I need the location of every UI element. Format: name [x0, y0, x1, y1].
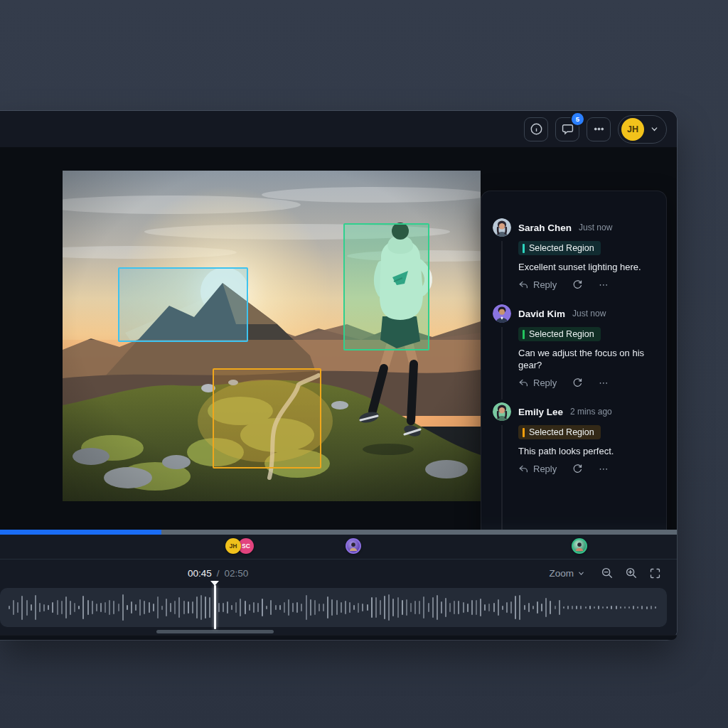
audio-waveform-panel[interactable] — [0, 588, 667, 627]
avatar-david-kim — [493, 304, 511, 323]
reply-icon — [518, 378, 529, 388]
tag-accent-bar — [523, 330, 525, 339]
reaction-icon[interactable] — [572, 378, 583, 388]
selected-region-tag[interactable]: Selected Region — [518, 241, 601, 255]
user-menu[interactable]: JH — [618, 115, 667, 144]
comment-text: This path looks perfect. — [518, 445, 655, 457]
comment-timestamp: Just now — [579, 223, 612, 232]
user-avatar: JH — [621, 118, 644, 141]
comment-timestamp: 2 mins ago — [570, 407, 612, 417]
fullscreen-button[interactable] — [649, 567, 661, 579]
comment-author: David Kim — [518, 309, 565, 319]
selected-region-tag[interactable]: Selected Region — [518, 327, 601, 341]
reply-icon — [518, 279, 529, 290]
tag-label: Selected Region — [529, 329, 594, 339]
timeline-markers-row: JH SC — [0, 535, 677, 559]
comment-timestamp: Just now — [572, 309, 606, 318]
viewer-canvas[interactable]: Sarah Chen Just now Selected Region Exce… — [0, 148, 677, 530]
tag-label: Selected Region — [529, 243, 594, 253]
comment-text: Excellent sunset lighting here. — [518, 261, 655, 273]
comment-item: David Kim Just now Selected Region Can w… — [493, 304, 655, 388]
reply-button[interactable]: Reply — [518, 464, 557, 474]
avatar-emily-lee — [493, 402, 511, 421]
reply-label: Reply — [533, 464, 557, 474]
toolbar: 5 JH — [0, 111, 677, 148]
comments-panel: Sarah Chen Just now Selected Region Exce… — [481, 191, 667, 530]
comment-more-icon[interactable]: ⋯ — [599, 378, 609, 388]
comment-count-badge: 5 — [572, 113, 584, 125]
ellipsis-icon — [592, 122, 606, 136]
zoom-dropdown[interactable]: Zoom — [549, 568, 585, 579]
timeline-scrubber[interactable] — [0, 530, 677, 535]
app-window: 5 JH — [0, 111, 677, 640]
annotation-box-cyan[interactable] — [118, 267, 248, 342]
zoom-out-button[interactable] — [601, 567, 614, 579]
info-icon — [530, 122, 543, 136]
media-image[interactable] — [63, 171, 481, 501]
zoom-dropdown-label: Zoom — [549, 568, 574, 579]
reply-label: Reply — [533, 378, 557, 388]
reaction-icon[interactable] — [572, 279, 583, 290]
info-button[interactable] — [524, 117, 548, 141]
reaction-icon[interactable] — [572, 464, 583, 474]
tag-accent-bar — [523, 428, 525, 437]
tag-accent-bar — [523, 244, 525, 253]
selected-region-tag[interactable]: Selected Region — [518, 425, 601, 439]
waveform-bars — [9, 594, 658, 621]
reply-button[interactable]: Reply — [518, 279, 557, 290]
comment-text: Can we adjust the focus on his gear? — [518, 347, 655, 371]
timeline-marker-david[interactable] — [346, 538, 361, 554]
comment-item: Sarah Chen Just now Selected Region Exce… — [493, 218, 655, 290]
annotation-box-orange[interactable] — [213, 368, 321, 469]
comment-author: Emily Lee — [518, 407, 563, 417]
more-options-button[interactable] — [587, 117, 611, 141]
comment-more-icon[interactable]: ⋯ — [599, 279, 609, 290]
current-time: 00:45 — [188, 568, 212, 579]
timeline-marker-emily[interactable] — [572, 538, 587, 554]
comments-button[interactable]: 5 — [555, 117, 579, 141]
progress-fill — [0, 530, 161, 535]
reply-icon — [518, 464, 529, 474]
comment-item: Emily Lee 2 mins ago Selected Region Thi… — [493, 402, 655, 474]
annotation-box-green[interactable] — [343, 223, 429, 350]
chevron-down-icon — [650, 124, 659, 134]
comment-author: Sarah Chen — [518, 223, 572, 233]
window-bottom-strip — [0, 635, 677, 640]
time-separator: / — [217, 568, 220, 579]
zoom-in-button[interactable] — [625, 567, 638, 579]
chevron-down-icon — [577, 569, 585, 577]
avatar-sarah-chen — [493, 218, 511, 237]
horizontal-scrollbar-thumb[interactable] — [156, 630, 274, 633]
playback-controls-row: 00:45 / 02:50 Zoom — [0, 560, 677, 587]
reply-label: Reply — [533, 279, 557, 290]
total-time: 02:50 — [225, 568, 249, 579]
playhead[interactable] — [214, 585, 216, 629]
timeline-zone: JH SC 00:45 / 02:50 — [0, 530, 677, 640]
timeline-marker-jh[interactable]: JH — [225, 538, 241, 554]
comment-bubble-icon — [561, 122, 574, 136]
tag-label: Selected Region — [529, 427, 594, 437]
comment-more-icon[interactable]: ⋯ — [599, 464, 609, 474]
reply-button[interactable]: Reply — [518, 378, 557, 388]
